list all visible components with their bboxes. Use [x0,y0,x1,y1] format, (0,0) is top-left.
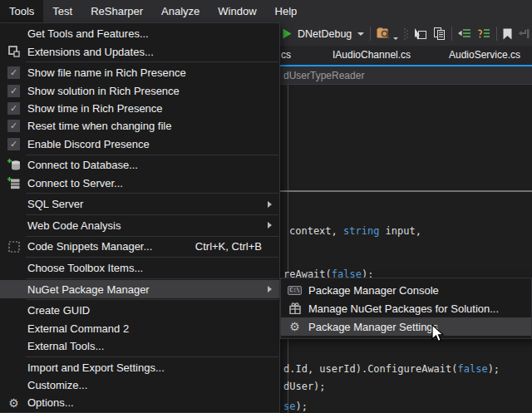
code-token: ); [295,401,307,412]
menu-item-code-snippets-manager[interactable]: Code Snippets Manager...Ctrl+K, Ctrl+B [0,238,279,255]
menu-separator [26,257,278,258]
format-help-button[interactable] [477,28,490,39]
find-in-files-icon [377,27,391,40]
menu-item-nuget-package-manager[interactable]: NuGet Package Manager [0,280,279,297]
menu-item-label: Manage NuGet Packages for Solution... [308,302,499,315]
menu-item-label: Create GUID [27,304,90,317]
menubar-item-resharper[interactable]: ReSharper [81,0,152,22]
server-icon [0,177,27,189]
console-icon: C:\ [281,286,308,295]
menu-item-options[interactable]: ⚙Options... [0,394,279,411]
menu-item-customize[interactable]: Customize... [0,376,279,394]
breadcrumb[interactable]: dUserTypeReader [280,66,532,85]
menu-item-import-and-export-settings[interactable]: Import and Export Settings... [0,358,279,376]
mouse-cursor [431,324,446,344]
menu-item-label: Reset time when changing file [27,120,171,132]
menu-item-show-solution-in-rich-presence[interactable]: ✓Show solution in Rich Presence [0,81,279,99]
format-lines-button[interactable] [458,28,471,39]
snippets-icon [0,241,27,253]
standard-toolbar: DNetDebug [281,22,532,46]
gear-icon: ⚙ [0,397,27,409]
menu-item-connect-to-database[interactable]: Connect to Database... [0,156,279,174]
navigate-to-button[interactable] [414,28,427,40]
tab-audioservice[interactable]: AudioService.cs [449,46,520,65]
code-editor[interactable]: context, string input,reAwait(false);d.I… [280,85,532,413]
document-icon [433,27,446,40]
menu-separator [26,236,278,237]
menubar-item-tools[interactable]: Tools [0,0,43,22]
menu-item-label: Show time in Rich Presence [27,102,163,115]
extensions-icon [0,46,27,57]
menu-item-label: Package Manager Settings [308,321,438,333]
menu-item-external-tools[interactable]: External Tools... [0,337,279,355]
menubar-item-window[interactable]: Window [209,0,265,22]
navigate-to-icon [414,28,427,40]
code-token: se [283,401,295,412]
editor-splitter[interactable] [280,190,532,192]
menu-item-label: Code Snippets Manager... [27,240,152,253]
chevron-down-icon[interactable] [393,37,398,40]
gear-icon: ⚙ [281,321,308,332]
submenu-item-package-manager-settings[interactable]: ⚙Package Manager Settings [281,317,531,336]
package-icon [281,302,308,314]
menu-separator [26,356,278,357]
menubar-item-test[interactable]: Test [43,0,81,22]
grip-dots-icon [404,27,408,41]
code-token: input, [379,225,421,237]
menubar-item-analyze[interactable]: Analyze [152,0,209,22]
bookmark-icon [503,28,512,40]
menu-separator [26,61,278,62]
menu-item-create-guid[interactable]: Create GUID [0,302,279,319]
tab-iaudiochannel[interactable]: IAudioChannel.cs [332,46,411,65]
database-icon [0,159,27,171]
menu-item-label: Web Code Analysis [27,219,121,232]
menu-item-shortcut: Ctrl+K, Ctrl+B [195,240,279,253]
submenu-arrow-icon [268,201,272,208]
menu-item-show-file-name-in-rich-presence[interactable]: ✓Show file name in Rich Presence [0,64,279,81]
menu-item-get-tools-and-features[interactable]: Get Tools and Features... [0,25,279,42]
menu-item-reset-time-when-changing-file[interactable]: ✓Reset time when changing file [0,117,279,135]
menu-item-label: Package Manager Console [308,284,439,297]
code-line: d.Id, userId).ConfigureAwait(false); [283,363,500,375]
menu-item-label: SQL Server [27,198,83,210]
menu-item-label: Choose Toolbox Items... [27,262,143,274]
find-in-files-button[interactable] [377,27,391,40]
menubar-item-help[interactable]: Help [266,0,307,22]
chevron-down-icon[interactable] [357,32,364,36]
menu-item-enable-discord-presence[interactable]: ✓Enable Discord Presence [0,135,279,153]
tools-menu: Get Tools and Features...Extensions and … [0,22,280,413]
menu-item-label: External Tools... [27,340,104,352]
menu-item-show-time-in-rich-presence[interactable]: ✓Show time in Rich Presence [0,100,279,117]
menu-item-choose-toolbox-items[interactable]: Choose Toolbox Items... [0,259,279,277]
menu-item-connect-to-server[interactable]: Connect to Server... [0,175,279,192]
menu-item-external-command-2[interactable]: External Command 2 [0,319,279,337]
debug-target-label[interactable]: DNetDebug [298,28,352,40]
menu-item-web-code-analysis[interactable]: Web Code Analysis [0,217,279,234]
code-token: false [458,363,488,375]
toolbar-grip[interactable] [404,27,408,41]
menu-item-label: Customize... [27,379,87,391]
submenu-item-manage-nuget-packages-for-solution[interactable]: Manage NuGet Packages for Solution... [281,299,531,317]
document-outline-button[interactable] [433,27,446,40]
menu-item-label: Extensions and Updates... [27,46,154,58]
checkmark-icon: ✓ [0,85,27,97]
menu-item-label: Options... [27,396,74,409]
play-icon [283,28,292,39]
menu-item-sql-server[interactable]: SQL Server [0,195,279,213]
format-lines-icon [458,28,471,39]
code-token: ); [488,363,500,375]
tab-partial[interactable]: cs [281,46,291,65]
bookmark-button[interactable] [503,28,512,40]
code-token: context, [289,225,343,237]
editor-tab-bar: cs IAudioChannel.cs AudioService.cs [280,46,532,65]
code-token: string [343,225,379,237]
menu-bar: Tools Test ReSharper Analyze Window Help [0,0,306,22]
menu-item-label: Connect to Database... [27,159,138,171]
toolbar-separator [451,27,452,41]
checkmark-icon: ✓ [0,120,27,132]
previous-bookmark-button[interactable] [518,28,530,39]
start-debug-button[interactable] [283,28,292,39]
submenu-item-package-manager-console[interactable]: C:\Package Manager Console [281,281,531,299]
menu-item-extensions-and-updates[interactable]: Extensions and Updates... [0,42,279,60]
submenu-arrow-icon [268,222,272,229]
